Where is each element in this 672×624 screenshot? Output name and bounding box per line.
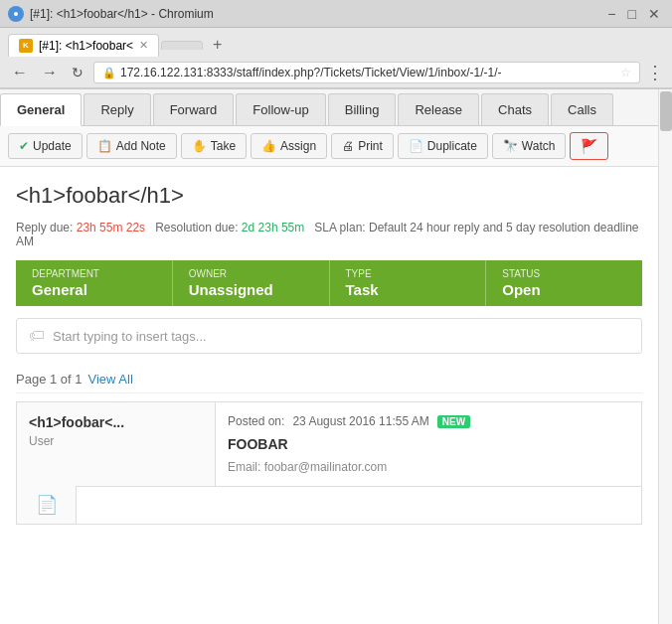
type-cell: TYPE Task xyxy=(330,260,487,306)
attachment-icon: 📄 xyxy=(36,494,58,516)
tags-placeholder: Start typing to insert tags... xyxy=(53,329,207,344)
nav-extra: ⋮ xyxy=(646,62,664,83)
take-button[interactable]: ✋ Take xyxy=(181,133,247,159)
tab-billing[interactable]: Billing xyxy=(328,93,397,125)
assign-button[interactable]: 👍 Assign xyxy=(251,133,327,159)
print-icon: 🖨 xyxy=(342,139,354,153)
department-value: General xyxy=(32,281,156,298)
fire-button[interactable]: 🚩 xyxy=(570,132,608,160)
scroll-thumb[interactable] xyxy=(660,91,672,131)
refresh-btn[interactable]: ↻ xyxy=(68,63,87,82)
fire-icon: 🚩 xyxy=(581,138,597,154)
title-bar: [#1]: <h1>foobar</h1> - Chromium − □ ✕ xyxy=(0,0,672,28)
tag-icon: 🏷 xyxy=(29,327,45,345)
update-button[interactable]: ✔ Update xyxy=(8,133,83,159)
browser-tab-active[interactable]: K [#1]: <h1>foobar< ✕ xyxy=(8,34,159,57)
sla-plan-label: SLA plan: xyxy=(314,221,365,234)
url-bar[interactable]: 🔒 172.16.122.131:8333/staff/index.php?/T… xyxy=(93,62,640,83)
owner-cell: OWNER Unassigned xyxy=(173,260,330,306)
attachment-content xyxy=(77,486,641,524)
type-label: TYPE xyxy=(346,268,470,279)
watch-button[interactable]: 🔭 Watch xyxy=(492,133,567,159)
thread-content: FOOBAR xyxy=(228,436,629,452)
duplicate-button[interactable]: 📄 Duplicate xyxy=(398,133,488,159)
watch-label: Watch xyxy=(522,139,556,153)
duplicate-label: Duplicate xyxy=(427,139,477,153)
assign-label: Assign xyxy=(280,139,316,153)
view-all-link[interactable]: View All xyxy=(88,372,133,387)
ticket-tabs: General Reply Forward Follow-up Billing … xyxy=(0,89,658,126)
thread-attachment-row: 📄 xyxy=(16,486,642,525)
tab-forward[interactable]: Forward xyxy=(153,93,235,125)
add-note-label: Add Note xyxy=(116,139,166,153)
page-content: General Reply Forward Follow-up Billing … xyxy=(0,89,672,624)
tab-calls[interactable]: Calls xyxy=(551,93,613,125)
url-secure-icon: 🔒 xyxy=(102,67,116,79)
ticket-body: <h1>foobar</h1> Reply due: 23h 55m 22s R… xyxy=(0,167,658,541)
url-text: 172.16.122.131:8333/staff/index.php?/Tic… xyxy=(120,66,616,79)
print-button[interactable]: 🖨 Print xyxy=(331,133,394,159)
tab-followup[interactable]: Follow-up xyxy=(236,93,325,125)
duplicate-icon: 📄 xyxy=(409,139,423,153)
email-label: Email: xyxy=(228,460,260,474)
email-value: foobar@mailinator.com xyxy=(264,460,388,474)
close-btn[interactable]: ✕ xyxy=(644,6,664,22)
watch-icon: 🔭 xyxy=(503,139,518,153)
posted-date: 23 August 2016 11:55 AM xyxy=(292,414,428,428)
department-cell: DEPARTMENT General xyxy=(16,260,173,306)
thread-left: <h1>foobar<... User xyxy=(17,402,216,486)
new-tab-placeholder xyxy=(161,41,203,50)
window-title: [#1]: <h1>foobar</h1> - Chromium xyxy=(30,7,214,21)
browser-chrome: [#1]: <h1>foobar</h1> - Chromium − □ ✕ K… xyxy=(0,0,672,89)
new-tab-btn[interactable]: + xyxy=(205,32,230,58)
menu-btn[interactable]: ⋮ xyxy=(646,62,664,83)
note-icon: 📋 xyxy=(97,139,112,153)
department-label: DEPARTMENT xyxy=(32,268,156,279)
forward-btn[interactable]: → xyxy=(38,62,62,83)
reply-due-label: Reply due: xyxy=(16,221,73,234)
reply-due-time: 23h 55m 22s xyxy=(77,221,145,234)
add-note-button[interactable]: 📋 Add Note xyxy=(86,133,177,159)
type-value: Task xyxy=(346,281,470,298)
title-bar-left: [#1]: <h1>foobar</h1> - Chromium xyxy=(8,6,214,22)
tab-favicon: K xyxy=(19,39,33,53)
take-icon: ✋ xyxy=(192,139,207,153)
tags-bar[interactable]: 🏷 Start typing to insert tags... xyxy=(16,318,642,354)
tab-chats[interactable]: Chats xyxy=(481,93,549,125)
pagination: Page 1 of 1 View All xyxy=(16,366,642,393)
minimize-btn[interactable]: − xyxy=(603,6,619,22)
tab-bar: K [#1]: <h1>foobar< ✕ + xyxy=(0,28,672,58)
posted-label: Posted on: xyxy=(228,414,284,428)
status-cell: STATUS Open xyxy=(486,260,642,306)
tab-close-btn[interactable]: ✕ xyxy=(139,39,148,52)
nav-bar: ← → ↻ 🔒 172.16.122.131:8333/staff/index.… xyxy=(0,58,672,88)
thread-title: <h1>foobar<... xyxy=(29,414,203,430)
owner-value: Unassigned xyxy=(189,281,313,298)
tab-reply[interactable]: Reply xyxy=(84,93,150,125)
resolution-due-label: Resolution due: xyxy=(155,221,238,234)
status-label: STATUS xyxy=(502,268,626,279)
scroll-track[interactable] xyxy=(658,89,672,624)
maximize-btn[interactable]: □ xyxy=(624,6,640,22)
svg-point-1 xyxy=(14,12,18,16)
assign-icon: 👍 xyxy=(261,139,276,153)
thread-header: Posted on: 23 August 2016 11:55 AM NEW xyxy=(228,414,629,428)
bookmark-icon[interactable]: ☆ xyxy=(620,66,631,79)
main-content: General Reply Forward Follow-up Billing … xyxy=(0,89,658,624)
chromium-icon xyxy=(8,6,24,22)
tab-general[interactable]: General xyxy=(0,93,82,126)
action-bar: ✔ Update 📋 Add Note ✋ Take 👍 Assign 🖨 xyxy=(0,126,658,167)
content-with-scroll: General Reply Forward Follow-up Billing … xyxy=(0,89,672,624)
tab-release[interactable]: Release xyxy=(398,93,479,125)
sla-info: Reply due: 23h 55m 22s Resolution due: 2… xyxy=(16,221,642,248)
thread-user: User xyxy=(29,434,203,448)
tab-label: [#1]: <h1>foobar< xyxy=(39,39,133,53)
update-label: Update xyxy=(33,139,72,153)
thread-footer: Email: foobar@mailinator.com xyxy=(228,460,629,474)
back-btn[interactable]: ← xyxy=(8,62,32,83)
ticket-title: <h1>foobar</h1> xyxy=(16,183,642,209)
take-label: Take xyxy=(211,139,236,153)
update-icon: ✔ xyxy=(19,139,29,153)
window-controls[interactable]: − □ ✕ xyxy=(603,6,664,22)
thread-item: <h1>foobar<... User Posted on: 23 August… xyxy=(16,401,642,487)
